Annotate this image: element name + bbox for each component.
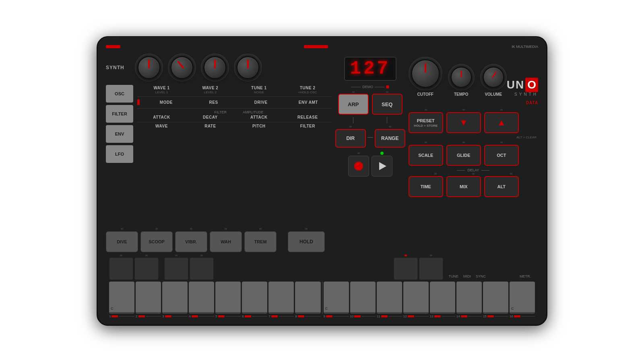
wave2-knob[interactable] [170, 56, 194, 79]
seq-connector [372, 117, 402, 123]
key-6[interactable] [242, 282, 267, 314]
glide-button[interactable]: GLIDE [446, 145, 481, 166]
res-label: RES [190, 100, 237, 105]
osc-button[interactable]: OSC [106, 85, 133, 103]
top-center-indicators [304, 45, 328, 48]
scoop-button[interactable]: SCOOP [140, 231, 173, 252]
level2-sublabel: LEVEL 2 [186, 90, 235, 94]
dive-button[interactable]: DIVE [106, 231, 138, 252]
data-up-button[interactable]: ▲ [484, 112, 519, 133]
key-16[interactable]: C [510, 282, 535, 314]
small-pad-6[interactable] [419, 257, 443, 280]
env-param-row: FILTER AMPLITUDE ATTACK DECAY ATTACK REL… [137, 108, 332, 121]
dir-button[interactable]: DIR [335, 129, 366, 148]
small-pads-area: TUNE MIDI SYNC METR. [106, 255, 538, 280]
tempo-knob[interactable] [450, 66, 472, 88]
small-pads-left [109, 255, 214, 280]
wave1-knob[interactable] [137, 56, 161, 79]
sp3 [164, 255, 188, 280]
key-9[interactable]: C [324, 282, 349, 314]
range-button[interactable]: RANGE [375, 129, 405, 148]
record-button[interactable] [348, 156, 369, 177]
key-13[interactable] [430, 282, 455, 314]
kn10-line [361, 316, 375, 317]
osc-knobs [135, 53, 262, 82]
small-pad-2[interactable] [134, 257, 159, 280]
lfo-param-row: WAVE RATE PITCH FILTER [137, 122, 332, 130]
hold-indicator [305, 228, 308, 230]
lfo-wave-label: WAVE [137, 124, 186, 128]
play-button[interactable] [372, 156, 392, 177]
synth-device: IK MULTIMEDIA SYNTH [97, 36, 547, 326]
demo-row: DEMO [351, 85, 389, 89]
keys-row: C C C [106, 282, 538, 314]
kn13: 13 [430, 315, 455, 318]
small-pad-4[interactable] [190, 257, 214, 280]
preset-button[interactable]: PRESET HOLD > STORE [409, 112, 443, 133]
arp-button[interactable]: ARP [338, 94, 369, 115]
key-12[interactable] [403, 282, 429, 314]
small-pads-right [394, 255, 443, 280]
tempo-label: TEMPO [454, 92, 469, 97]
trem-button[interactable]: TREM [244, 231, 277, 252]
volume-knob[interactable] [483, 66, 504, 88]
mix-button[interactable]: MIX [446, 176, 481, 197]
kn1-line [119, 316, 134, 317]
kn15-line [495, 316, 508, 317]
kn14-line [468, 316, 482, 317]
time-button[interactable]: TIME [409, 176, 443, 197]
key-15[interactable] [483, 282, 508, 314]
amp-attack-label: ATTACK [235, 115, 283, 119]
oct-button[interactable]: OCT [484, 145, 519, 166]
small-pad-1[interactable] [109, 257, 133, 280]
tempo-knob-outer [448, 64, 475, 90]
kn8-line [305, 316, 321, 317]
glide-group: GLIDE [446, 142, 481, 166]
left-panel: SYNTH [106, 53, 332, 252]
controls-section: OSC FILTER ENV LFO WAVE 1 WAVE 2 TUNE 1 [106, 84, 332, 225]
vibr-button[interactable]: VIBR. [175, 231, 207, 252]
filter-button[interactable]: FILTER [106, 105, 133, 123]
key-7[interactable] [268, 282, 294, 314]
tune1-knob[interactable] [203, 56, 227, 79]
cutoff-knob[interactable] [411, 59, 440, 88]
key-4[interactable] [189, 282, 214, 314]
scoop-group: SCOOP [140, 228, 173, 252]
volume-group: VOLUME [480, 64, 507, 97]
key-5[interactable] [215, 282, 241, 314]
envamt-label: ENV AMT [285, 100, 332, 105]
cutoff-group: CUTOFF [409, 57, 442, 97]
kn7-num: 7 [268, 315, 270, 318]
scale-button[interactable]: SCALE [409, 145, 443, 166]
alt-button[interactable]: ALT [484, 176, 519, 197]
data-up-group: ▲ [484, 109, 519, 133]
key-2[interactable] [136, 282, 161, 314]
small-pad-3[interactable] [164, 257, 188, 280]
cutoff-knob-outer [409, 57, 442, 90]
key-11[interactable] [377, 282, 402, 314]
uno-logo: UN O SYNTH [507, 78, 538, 97]
vibr-indicator [190, 228, 192, 230]
main-display: 127 [344, 57, 396, 81]
arp-seq-row: ARP SEQ [338, 91, 402, 115]
uno-text-u: UN [507, 78, 524, 91]
key-3[interactable] [162, 282, 188, 314]
tune2-label: TUNE 2 [283, 86, 332, 90]
tune2-knob[interactable] [236, 56, 260, 79]
rec-indicator [357, 152, 360, 154]
hold-button[interactable]: HOLD [288, 231, 325, 252]
small-pad-5[interactable] [394, 257, 418, 280]
key-10[interactable] [350, 282, 376, 314]
kn1-led [111, 315, 118, 317]
volume-knob-outer [480, 64, 507, 90]
key-1[interactable]: C [109, 282, 134, 314]
key-8[interactable] [295, 282, 320, 314]
key-14[interactable] [456, 282, 482, 314]
seq-button[interactable]: SEQ [372, 94, 402, 115]
kn9-led [326, 315, 332, 317]
sp6-ind [430, 255, 432, 256]
data-down-button[interactable]: ▼ [446, 112, 481, 133]
wah-button[interactable]: WAH [210, 231, 242, 252]
lfo-button[interactable]: LFO [106, 145, 133, 163]
env-button[interactable]: ENV [106, 125, 133, 143]
